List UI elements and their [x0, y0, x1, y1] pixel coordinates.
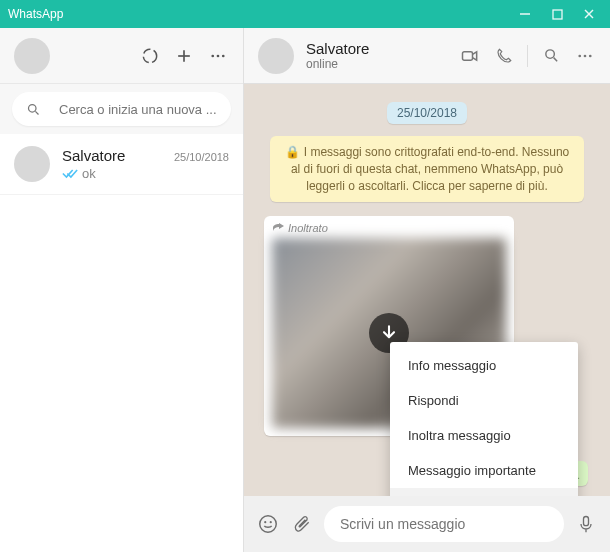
titlebar: WhatsApp: [0, 0, 610, 28]
svg-point-18: [260, 516, 277, 533]
chat-search-icon[interactable]: [540, 45, 562, 67]
composer: [244, 496, 610, 552]
svg-point-20: [270, 521, 272, 523]
attach-icon[interactable]: [290, 512, 314, 536]
svg-rect-21: [584, 517, 589, 526]
date-separator: 25/10/2018: [387, 102, 467, 124]
contact-status: online: [306, 57, 447, 71]
search-wrap: [0, 84, 243, 134]
app-title: WhatsApp: [8, 7, 518, 21]
menu-icon[interactable]: [207, 45, 229, 67]
search-input[interactable]: [59, 102, 227, 117]
svg-point-16: [584, 54, 587, 57]
chat-panel: Salvatore online 25/10/2018 🔒I messag: [244, 28, 610, 552]
svg-point-10: [29, 104, 37, 112]
self-avatar[interactable]: [14, 38, 50, 74]
forwarded-label: Inoltrato: [272, 222, 506, 234]
ctx-star[interactable]: Messaggio importante: [390, 453, 578, 488]
ctx-reply[interactable]: Rispondi: [390, 383, 578, 418]
ctx-info[interactable]: Info messaggio: [390, 348, 578, 383]
maximize-button[interactable]: [550, 7, 564, 21]
lock-icon: 🔒: [285, 145, 300, 159]
chat-item-name: Salvatore: [62, 147, 125, 164]
minimize-button[interactable]: [518, 7, 532, 21]
ctx-forward[interactable]: Inoltra messaggio: [390, 418, 578, 453]
status-icon[interactable]: [139, 45, 161, 67]
svg-point-13: [545, 50, 554, 59]
chat-header: Salvatore online: [244, 28, 610, 84]
svg-point-19: [264, 521, 266, 523]
divider: [527, 45, 528, 67]
svg-line-11: [35, 111, 38, 114]
contact-name: Salvatore: [306, 40, 447, 57]
sidebar: Salvatore 25/10/2018 ok: [0, 28, 244, 552]
mic-icon[interactable]: [574, 512, 598, 536]
emoji-icon[interactable]: [256, 512, 280, 536]
chat-menu-icon[interactable]: [574, 45, 596, 67]
close-button[interactable]: [582, 7, 596, 21]
message-input[interactable]: [340, 516, 548, 532]
messages-area: 25/10/2018 🔒I messaggi sono crittografat…: [244, 84, 610, 496]
svg-point-17: [589, 54, 592, 57]
voice-call-icon[interactable]: [493, 45, 515, 67]
encryption-notice[interactable]: 🔒I messaggi sono crittografati end-to-en…: [270, 136, 584, 202]
svg-point-4: [143, 49, 156, 62]
chat-item-preview: ok: [82, 166, 96, 181]
new-chat-icon[interactable]: [173, 45, 195, 67]
chat-list: Salvatore 25/10/2018 ok: [0, 134, 243, 552]
svg-point-8: [217, 54, 220, 57]
ctx-delete[interactable]: Elimina messaggio: [390, 488, 578, 496]
svg-rect-1: [553, 10, 562, 19]
read-ticks-icon: [62, 168, 78, 179]
svg-line-14: [553, 58, 557, 62]
forward-arrow-icon: [272, 223, 284, 233]
video-call-icon[interactable]: [459, 45, 481, 67]
search-icon: [26, 102, 41, 117]
svg-rect-12: [463, 51, 473, 59]
chat-contact-avatar[interactable]: [258, 38, 294, 74]
context-menu: Info messaggio Rispondi Inoltra messaggi…: [390, 342, 578, 496]
chat-item-date: 25/10/2018: [174, 151, 229, 163]
sidebar-header: [0, 28, 243, 84]
svg-point-7: [211, 54, 214, 57]
contact-info[interactable]: Salvatore online: [306, 40, 447, 71]
svg-point-9: [222, 54, 225, 57]
window-controls: [518, 7, 602, 21]
contact-avatar: [14, 146, 50, 182]
message-input-container[interactable]: [324, 506, 564, 542]
chat-list-item[interactable]: Salvatore 25/10/2018 ok: [0, 134, 243, 195]
search-input-container[interactable]: [12, 92, 231, 126]
svg-point-15: [578, 54, 581, 57]
